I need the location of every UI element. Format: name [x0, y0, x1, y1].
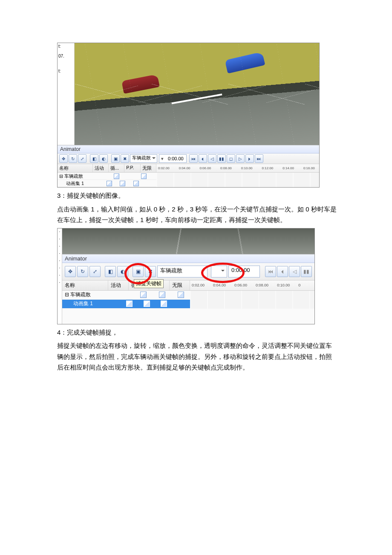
annotation-circle-2	[201, 263, 245, 283]
checkbox[interactable]	[114, 173, 119, 179]
columns-header: 名称 活动 循... P.P. 无限	[58, 164, 156, 172]
keyframe-track[interactable]	[190, 291, 314, 309]
side-strip-2: ········	[58, 228, 62, 324]
animator-title: Animator	[58, 145, 319, 153]
figure-1: t: 07. t: Animator ✥ ↻ ⤢ ◧ ◐ ▣	[57, 43, 320, 188]
checkbox[interactable]	[161, 301, 167, 307]
scene-tree-1[interactable]: 车辆疏散 动画集 1	[58, 173, 156, 187]
checkbox[interactable]	[141, 173, 147, 179]
checkbox[interactable]	[159, 292, 165, 298]
time-input[interactable]: ▾ 0:00.00	[159, 154, 187, 163]
move-icon[interactable]: ✥	[59, 154, 68, 163]
figure-2: ········ Animator ✥ ↻ ⤢ ◧ ◐ ▣ ✖ 车辆疏散	[57, 228, 315, 324]
step-fwd-icon[interactable]: ⏵	[245, 154, 254, 163]
tree-row-selected[interactable]: 动画集 1	[62, 300, 190, 309]
checkbox[interactable]	[144, 301, 150, 307]
animator-title: Animator	[62, 254, 314, 263]
play-icon[interactable]: ▷	[236, 154, 245, 163]
scene-dropdown[interactable]: 车辆疏散	[157, 266, 208, 278]
color-icon[interactable]: ◧	[105, 266, 116, 277]
checkbox[interactable]	[120, 181, 125, 186]
play-back-icon[interactable]: ◁	[289, 266, 300, 277]
play-back-icon[interactable]: ◁	[208, 154, 216, 163]
step-back-icon[interactable]: ⏴	[277, 266, 288, 277]
scale-icon[interactable]: ⤢	[89, 266, 101, 277]
animator-toolbar-2: ✥ ↻ ⤢ ◧ ◐ ▣ ✖ 车辆疏散 0:00.00 ⏮ ⏴	[62, 263, 314, 280]
tree-row[interactable]: 车辆疏散	[62, 291, 190, 300]
checkbox[interactable]	[133, 181, 139, 186]
pause-icon[interactable]: ▮▮	[217, 154, 226, 163]
time-ruler[interactable]: 0:02.00 0:04.00 0:06.00 0:08.00 0:10.00 …	[156, 164, 319, 172]
chevron-down-icon[interactable]: ▾	[159, 156, 165, 162]
opacity-icon[interactable]: ◐	[99, 154, 108, 163]
tree-row[interactable]: 车辆疏散	[58, 173, 156, 180]
scene-dropdown[interactable]: 车辆疏散	[130, 154, 157, 163]
stop-icon[interactable]: ◻	[227, 154, 235, 163]
viewport-3d-2[interactable]	[62, 228, 314, 254]
checkbox[interactable]	[107, 181, 112, 186]
car-blue	[225, 52, 265, 73]
pause-icon[interactable]: ▮▮	[301, 266, 312, 277]
animator-panel-1: Animator ✥ ↻ ⤢ ◧ ◐ ▣ ✖ 车辆疏散 ▾ 0:00.00 ⏮ …	[58, 145, 319, 187]
capture-keyframe-icon[interactable]: ▣	[111, 154, 120, 163]
tree-row[interactable]: 动画集 1	[58, 180, 156, 187]
columns-header: 名称 活动 循... P.P. 无限	[62, 280, 190, 290]
rotate-icon[interactable]: ↻	[77, 266, 88, 277]
animator-panel-2: Animator ✥ ↻ ⤢ ◧ ◐ ▣ ✖ 车辆疏散 0:00.00	[62, 254, 314, 324]
car-red	[121, 74, 160, 94]
rotate-icon[interactable]: ↻	[69, 154, 77, 163]
checkbox[interactable]	[178, 292, 184, 298]
time-ruler[interactable]: 0:02.00 0:04.00 0:06.00 0:08.00 0:10.00 …	[190, 280, 314, 290]
document-page: t: 07. t: Animator ✥ ↻ ⤢ ◧ ◐ ▣	[0, 0, 392, 373]
step-back-icon[interactable]: ⏴	[199, 154, 207, 163]
scene-tree-2[interactable]: 车辆疏散 动画集 1	[62, 291, 190, 309]
rewind-icon[interactable]: ⏮	[189, 154, 198, 163]
step3-body: 点击动画集 1，输入时间值，如从 0 秒，2 秒，3 秒等，在没一个关键节点捕捉…	[57, 204, 337, 225]
step3-title: 3：捕捉关键帧的图像。	[57, 190, 337, 201]
delete-keyframe-icon[interactable]: ✖	[121, 154, 129, 163]
viewport-3d[interactable]	[75, 43, 319, 145]
checkbox[interactable]	[126, 301, 133, 307]
side-strip-1: t: 07. t:	[58, 43, 75, 145]
ffwd-icon[interactable]: ⏭	[255, 154, 263, 163]
move-icon[interactable]: ✥	[65, 266, 76, 277]
color-icon[interactable]: ◧	[90, 154, 98, 163]
checkbox[interactable]	[140, 292, 147, 298]
step4-body: 捕捉关键帧的左边有移动，旋转，缩放，颜色变换，透明度调整的命令，灵活调整不同关键…	[57, 340, 337, 373]
rewind-icon[interactable]: ⏮	[265, 266, 276, 277]
keyframe-track[interactable]	[156, 173, 319, 187]
step4-title: 4：完成关键帧捕捉，	[57, 327, 337, 338]
animator-toolbar-1: ✥ ↻ ⤢ ◧ ◐ ▣ ✖ 车辆疏散 ▾ 0:00.00 ⏮ ⏴ ◁ ▮▮	[58, 153, 319, 164]
annotation-circle-1	[124, 263, 152, 284]
road-marking	[172, 94, 222, 104]
scale-icon[interactable]: ⤢	[78, 154, 86, 163]
